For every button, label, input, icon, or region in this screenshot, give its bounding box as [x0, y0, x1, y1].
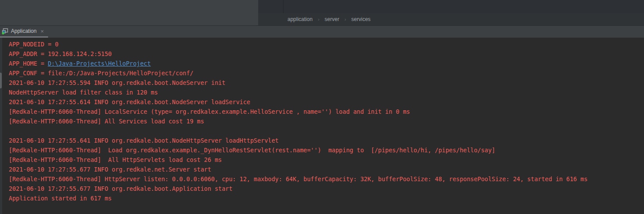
- log-text: Application started in 617 ms: [9, 195, 112, 202]
- breadcrumb: application › server › services: [258, 13, 644, 25]
- console-line: 2021-06-10 17:27:55.641 INFO org.redkale…: [9, 136, 644, 145]
- console-line: APP_ADDR = 192.168.124.2:5150: [9, 49, 644, 59]
- log-text: 2021-06-10 17:27:55.677 INFO org.redkale…: [9, 185, 232, 192]
- console-line: [Redkale-HTTP:6060-Thread] All Services …: [9, 116, 644, 126]
- console-line: APP_HOME = D:\Java-Projects\HelloProject: [9, 59, 644, 68]
- console-line: [9, 126, 644, 136]
- breadcrumb-item-services[interactable]: services: [351, 16, 370, 22]
- log-text: NodeHttpServer load filter class in 120 …: [9, 89, 158, 96]
- log-text: APP_ADDR = 192.168.124.2:5150: [9, 50, 112, 57]
- running-badge-icon: [2, 32, 4, 34]
- log-text: 2021-06-10 17:27:55.677 INFO org.redkale…: [9, 166, 211, 173]
- breadcrumb-item-server[interactable]: server: [325, 16, 339, 22]
- pane-divider: [283, 0, 284, 13]
- console-line: 2021-06-10 17:27:55.677 INFO org.redkale…: [9, 165, 644, 174]
- console-line: 2021-06-10 17:27:55.594 INFO org.redkale…: [9, 78, 644, 88]
- console-line: APP_NODEID = 0: [9, 39, 644, 49]
- run-console-icon: [2, 28, 9, 35]
- log-text: APP_CONF = file:/D:/Java-Projects/HelloP…: [9, 70, 194, 77]
- console-scrollbar-track: [0, 38, 2, 214]
- chevron-right-icon: ›: [344, 17, 346, 22]
- console-area: APP_NODEID = 0APP_ADDR = 192.168.124.2:5…: [0, 38, 644, 214]
- console-line: 2021-06-10 17:27:55.677 INFO org.redkale…: [9, 184, 644, 193]
- breadcrumb-item-application[interactable]: application: [287, 16, 312, 22]
- log-text: 2021-06-10 17:27:55.614 INFO org.redkale…: [9, 98, 250, 105]
- console-scrollbar-thumb[interactable]: [0, 73, 2, 88]
- log-text: [Redkale-HTTP:6060-Thread] Load org.redk…: [9, 147, 495, 154]
- console-line: Application started in 617 ms: [9, 193, 644, 203]
- log-text: [Redkale-HTTP:6060-Thread] LocalService …: [9, 108, 410, 115]
- chevron-right-icon: ›: [318, 17, 319, 22]
- console-line: 2021-06-10 17:27:55.614 INFO org.redkale…: [9, 97, 644, 107]
- log-text: [Redkale-HTTP:6060-Thread] HttpServer li…: [9, 175, 588, 182]
- log-text: APP_HOME =: [9, 60, 48, 67]
- close-icon[interactable]: ×: [41, 28, 44, 34]
- header-right: application › server › services: [258, 0, 644, 25]
- tab-label: Application: [11, 28, 37, 34]
- console-line: [Redkale-HTTP:6060-Thread] Load org.redk…: [9, 145, 644, 155]
- log-text: 2021-06-10 17:27:55.594 INFO org.redkale…: [9, 79, 225, 86]
- console-line: NodeHttpServer load filter class in 120 …: [9, 88, 644, 97]
- log-text: APP_NODEID = 0: [9, 41, 59, 48]
- log-text: [Redkale-HTTP:6060-Thread] All Services …: [9, 118, 204, 125]
- console-line: APP_CONF = file:/D:/Java-Projects/HelloP…: [9, 68, 644, 78]
- log-text: 2021-06-10 17:27:55.641 INFO org.redkale…: [9, 137, 279, 144]
- editor-pane: [0, 0, 258, 25]
- console-line: [Redkale-HTTP:6060-Thread] LocalService …: [9, 107, 644, 116]
- console-line: [Redkale-HTTP:6060-Thread] All HttpServl…: [9, 155, 644, 165]
- file-link[interactable]: D:\Java-Projects\HelloProject: [48, 60, 151, 67]
- console-output: APP_NODEID = 0APP_ADDR = 192.168.124.2:5…: [0, 38, 644, 214]
- console-line: [Redkale-HTTP:6060-Thread] HttpServer li…: [9, 174, 644, 184]
- log-text: [Redkale-HTTP:6060-Thread] All HttpServl…: [9, 156, 222, 163]
- tab-application-console[interactable]: Application ×: [0, 26, 47, 36]
- run-tab-bar: Application ×: [0, 25, 644, 38]
